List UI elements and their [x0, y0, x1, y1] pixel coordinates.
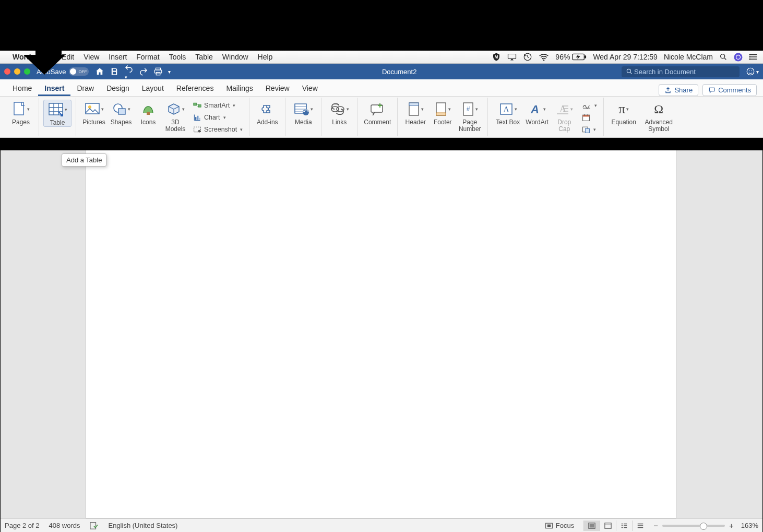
ribbon-tabs: Home Insert Draw Design Layout Reference…	[0, 79, 763, 97]
menu-edit[interactable]: Edit	[62, 53, 74, 61]
text-box-button[interactable]: A▾ Text Box	[492, 100, 523, 126]
page-number-button[interactable]: #▾ Page Number	[456, 100, 483, 133]
equation-button[interactable]: π▾ Equation	[608, 100, 639, 126]
drop-cap-button[interactable]: A▾ Drop Cap	[551, 100, 578, 133]
tab-references[interactable]: References	[170, 81, 220, 96]
menu-view[interactable]: View	[84, 53, 99, 61]
autosave-toggle[interactable]: AutoSave OFF	[37, 67, 89, 76]
menu-file[interactable]: File	[41, 53, 53, 61]
tab-insert[interactable]: Insert	[38, 81, 70, 96]
svg-rect-54	[547, 524, 551, 527]
document-canvas[interactable]	[1, 150, 762, 518]
svg-rect-39	[409, 103, 419, 105]
outline-view-button[interactable]	[616, 521, 632, 531]
smartart-button[interactable]: SmartArt▾	[191, 100, 245, 111]
menu-help[interactable]: Help	[258, 53, 273, 61]
search-icon	[626, 68, 633, 75]
focus-mode-button[interactable]: Focus	[545, 522, 574, 529]
pictures-button[interactable]: ▾ Pictures	[80, 100, 108, 126]
clock[interactable]: Wed Apr 29 7:12:59	[593, 53, 658, 61]
menu-tools[interactable]: Tools	[169, 53, 186, 61]
links-button[interactable]: ▾ Links	[326, 100, 353, 126]
redo-icon[interactable]	[139, 67, 148, 76]
page-indicator[interactable]: Page 2 of 2	[5, 522, 40, 529]
share-icon	[664, 87, 672, 94]
advanced-symbol-button[interactable]: Ω Advanced Symbol	[639, 100, 678, 133]
svg-rect-13	[155, 70, 162, 73]
home-icon[interactable]	[95, 67, 104, 76]
pages-button[interactable]: ▾ Pages	[7, 100, 34, 126]
tab-review[interactable]: Review	[259, 81, 296, 96]
menu-insert[interactable]: Insert	[109, 53, 127, 61]
object-button[interactable]: ▾	[580, 124, 599, 135]
qat-customize-icon[interactable]: ▾	[168, 69, 171, 75]
tab-home[interactable]: Home	[6, 81, 38, 96]
tab-design[interactable]: Design	[100, 81, 136, 96]
window-zoom-button[interactable]	[24, 68, 30, 75]
spotlight-icon[interactable]	[719, 53, 728, 61]
menu-window[interactable]: Window	[222, 53, 248, 61]
draft-view-button[interactable]	[632, 521, 648, 531]
malwarebytes-icon[interactable]: M	[492, 52, 501, 62]
icons-button[interactable]: Icons	[135, 100, 162, 126]
save-icon[interactable]	[110, 67, 119, 76]
svg-rect-49	[583, 115, 590, 116]
language-indicator[interactable]: English (United States)	[108, 522, 177, 529]
footer-button[interactable]: ▾ Footer	[429, 100, 456, 126]
tab-draw[interactable]: Draw	[70, 81, 100, 96]
airplay-icon[interactable]	[507, 53, 517, 61]
tab-mailings[interactable]: Mailings	[220, 81, 259, 96]
media-button[interactable]: ▾ Media	[290, 100, 317, 126]
zoom-out-button[interactable]: −	[653, 521, 658, 530]
header-button[interactable]: ▾ Header	[402, 100, 429, 126]
new-comment-button[interactable]: Comment	[362, 100, 393, 126]
feedback-button[interactable]: ▾	[746, 67, 759, 76]
chart-button[interactable]: Chart▾	[191, 112, 245, 123]
autosave-switch[interactable]: OFF	[69, 67, 89, 76]
spellcheck-icon[interactable]	[89, 522, 99, 530]
date-time-button[interactable]	[580, 112, 599, 123]
svg-point-36	[337, 107, 344, 112]
battery-status[interactable]: 96%	[555, 53, 587, 61]
print-layout-view-button[interactable]	[583, 521, 600, 531]
menu-table[interactable]: Table	[195, 53, 212, 61]
zoom-slider[interactable]	[662, 525, 725, 527]
svg-rect-30	[199, 118, 200, 120]
web-layout-view-button[interactable]	[600, 521, 616, 531]
comments-button[interactable]: Comments	[702, 84, 757, 96]
svg-rect-37	[371, 105, 383, 112]
window-close-button[interactable]	[4, 68, 10, 75]
table-button[interactable]: ▾ Table	[43, 100, 71, 127]
app-menu[interactable]: Word	[13, 53, 31, 61]
comments-label: Comments	[718, 86, 751, 94]
username[interactable]: Nicole McClam	[664, 53, 713, 61]
notification-center-icon[interactable]	[749, 53, 758, 61]
menu-format[interactable]: Format	[136, 53, 159, 61]
search-box[interactable]	[622, 66, 740, 77]
svg-text:A: A	[559, 104, 566, 114]
undo-icon[interactable]: ▾	[124, 63, 134, 80]
wordart-button[interactable]: A▾ WordArt	[523, 100, 551, 126]
3d-models-button[interactable]: ▾ 3D Models	[162, 100, 189, 133]
shapes-button[interactable]: ▾ Shapes	[108, 100, 135, 126]
document-page[interactable]	[86, 150, 676, 518]
tab-view[interactable]: View	[296, 81, 324, 96]
siri-icon[interactable]	[734, 53, 743, 62]
window-minimize-button[interactable]	[14, 68, 20, 75]
status-bar: Page 2 of 2 408 words English (United St…	[1, 518, 762, 532]
search-input[interactable]	[633, 67, 735, 76]
word-count[interactable]: 408 words	[49, 522, 80, 529]
print-icon[interactable]	[153, 67, 163, 76]
signature-line-button[interactable]: ▾	[580, 100, 599, 111]
chart-label: Chart	[204, 114, 220, 121]
tab-layout[interactable]: Layout	[136, 81, 170, 96]
ribbon-insert: ▾ Pages ▾ Table ▾ Pictures ▾ Shapes Icon…	[0, 97, 763, 138]
wifi-icon[interactable]	[539, 53, 549, 61]
share-button[interactable]: Share	[659, 84, 698, 96]
timemachine-icon[interactable]	[523, 52, 532, 62]
addins-button[interactable]: Add-ins	[254, 100, 281, 126]
zoom-in-button[interactable]: +	[729, 521, 734, 530]
zoom-level[interactable]: 163%	[741, 522, 758, 529]
table-tooltip: Add a Table	[62, 153, 106, 167]
screenshot-button[interactable]: Screenshot▾	[191, 124, 245, 135]
